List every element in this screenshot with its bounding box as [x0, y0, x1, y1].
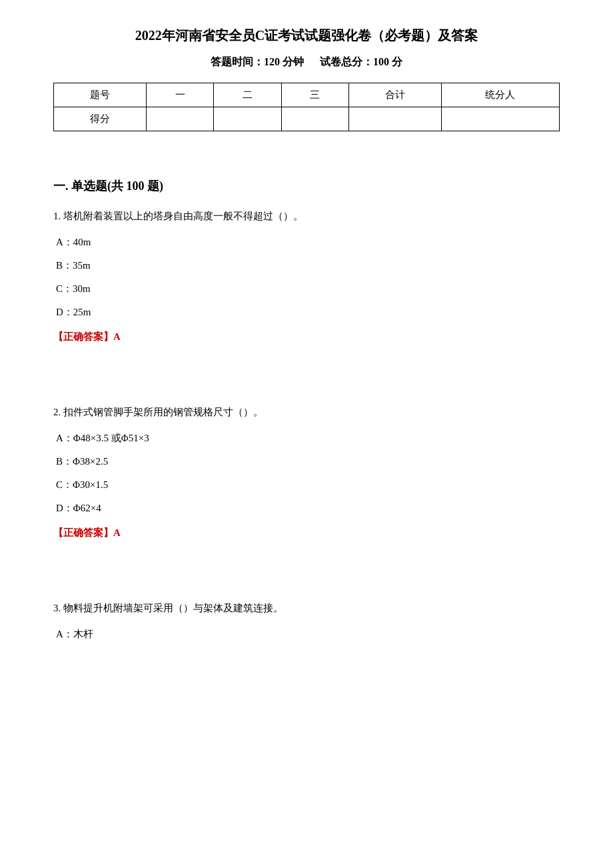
question-1-option-a: A：40m [53, 233, 560, 251]
q3-option-a-value: 木杆 [73, 629, 93, 639]
question-1-option-c: C：30m [53, 280, 560, 298]
subtitle-row: 答题时间：120 分钟 试卷总分：100 分 [53, 55, 560, 69]
option-b-value: 35m [73, 260, 91, 271]
question-2-option-d: D：Φ62×4 [53, 499, 560, 517]
option-a-value: 40m [73, 237, 91, 247]
section-title: 一. 单选题(共 100 题) [53, 178, 560, 194]
col-header-1: 一 [147, 83, 214, 107]
row-label: 得分 [54, 107, 147, 131]
col-header-0: 题号 [54, 83, 147, 107]
subtitle-time: 答题时间：120 分钟 [211, 56, 304, 67]
answer-2-letter: A [113, 527, 121, 538]
answer-1-letter: A [113, 331, 121, 342]
row-val-2 [281, 107, 348, 131]
question-3: 3. 物料提升机附墙架可采用（）与架体及建筑连接。 A：木杆 [53, 599, 560, 643]
row-val-0 [147, 107, 214, 131]
col-header-2: 二 [214, 83, 281, 107]
col-header-5: 统分人 [441, 83, 559, 107]
table-header-row: 题号 一 二 三 合计 统分人 [54, 83, 560, 107]
q2-option-b-label: B： [56, 456, 73, 467]
q2-option-c-value: Φ30×1.5 [73, 479, 108, 490]
q2-option-a-value: Φ48×3.5 或Φ51×3 [73, 433, 149, 443]
col-header-4: 合计 [348, 83, 441, 107]
option-b-label: B： [56, 260, 73, 271]
option-c-label: C： [56, 283, 73, 294]
score-table: 题号 一 二 三 合计 统分人 得分 [53, 83, 560, 131]
page-title: 2022年河南省安全员C证考试试题强化卷（必考题）及答案 [53, 27, 560, 45]
q2-option-d-label: D： [56, 503, 73, 513]
row-val-1 [214, 107, 281, 131]
q2-option-b-value: Φ38×2.5 [73, 456, 108, 467]
option-d-label: D： [56, 307, 73, 317]
question-2-text: 2. 扣件式钢管脚手架所用的钢管规格尺寸（）。 [53, 403, 560, 421]
option-a-label: A： [56, 237, 73, 247]
table-data-row: 得分 [54, 107, 560, 131]
q2-option-a-label: A： [56, 433, 73, 443]
question-2-option-b: B：Φ38×2.5 [53, 453, 560, 471]
question-1-option-b: B：35m [53, 257, 560, 275]
q3-option-a-label: A： [56, 629, 73, 639]
q2-option-d-value: Φ62×4 [73, 503, 101, 513]
answer-1-prefix: 【正确答案】 [53, 331, 113, 342]
question-3-option-a: A：木杆 [53, 625, 560, 643]
q2-option-c-label: C： [56, 479, 73, 490]
option-d-value: 25m [73, 307, 91, 317]
question-1-text: 1. 塔机附着装置以上的塔身自由高度一般不得超过（）。 [53, 207, 560, 225]
subtitle-score: 试卷总分：100 分 [320, 56, 402, 67]
question-1-answer: 【正确答案】A [53, 331, 560, 343]
question-1: 1. 塔机附着装置以上的塔身自由高度一般不得超过（）。 A：40m B：35m … [53, 207, 560, 343]
col-header-3: 三 [281, 83, 348, 107]
row-val-3 [348, 107, 441, 131]
question-2-answer: 【正确答案】A [53, 527, 560, 539]
question-1-option-d: D：25m [53, 303, 560, 321]
question-3-text: 3. 物料提升机附墙架可采用（）与架体及建筑连接。 [53, 599, 560, 617]
question-2-option-a: A：Φ48×3.5 或Φ51×3 [53, 429, 560, 447]
answer-2-prefix: 【正确答案】 [53, 527, 113, 538]
option-c-value: 30m [73, 283, 91, 294]
row-val-4 [441, 107, 559, 131]
question-2: 2. 扣件式钢管脚手架所用的钢管规格尺寸（）。 A：Φ48×3.5 或Φ51×3… [53, 403, 560, 539]
question-2-option-c: C：Φ30×1.5 [53, 476, 560, 494]
